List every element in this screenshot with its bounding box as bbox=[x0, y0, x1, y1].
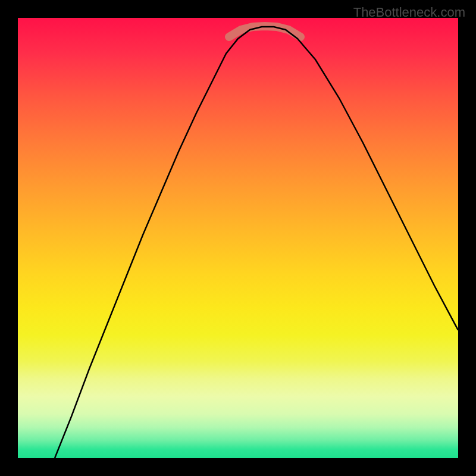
bottleneck-curve bbox=[55, 27, 458, 458]
plot-area bbox=[18, 18, 458, 458]
chart-svg bbox=[18, 18, 458, 458]
watermark-text: TheBottleneck.com bbox=[353, 5, 465, 20]
optimal-zone-highlight bbox=[229, 26, 300, 37]
